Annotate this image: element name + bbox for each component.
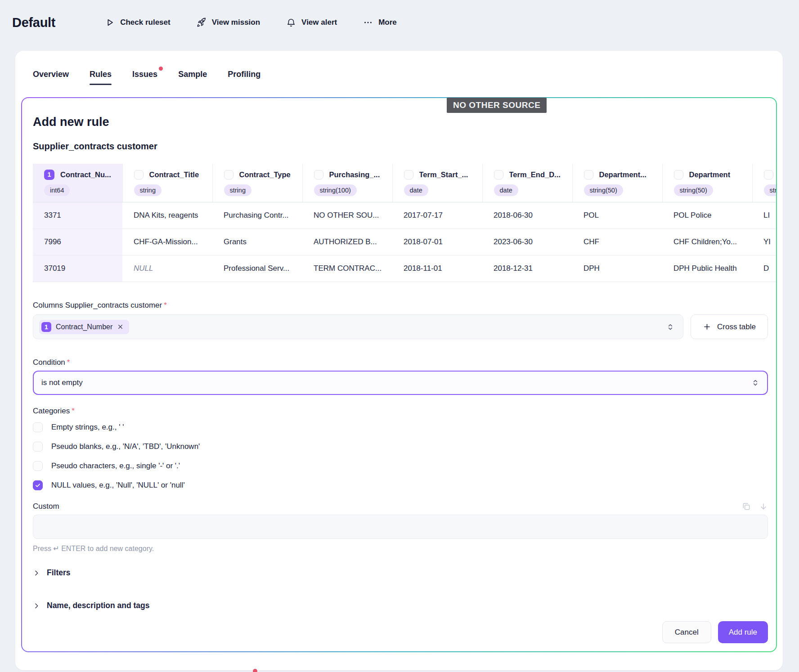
topbar-actions: Check rulesetView missionView alertMore	[105, 18, 397, 27]
topbar: Default Check rulesetView missionView al…	[0, 0, 799, 45]
cancel-button[interactable]: Cancel	[662, 621, 711, 643]
bell-icon	[286, 18, 296, 27]
table-cell: DPH Public Health	[662, 255, 752, 282]
table-cell: TERM CONTRAC...	[302, 255, 392, 282]
table-cell: Professional Serv...	[212, 255, 302, 282]
column-checkbox[interactable]	[224, 170, 233, 179]
table-cell: 3371	[33, 202, 122, 229]
custom-label: Custom	[33, 502, 59, 511]
category-checkbox[interactable]	[33, 480, 43, 490]
tab-label: Sample	[178, 70, 207, 79]
name-description-tags-label: Name, description and tags	[47, 601, 150, 610]
column-header-term-start: Term_Start_...date	[392, 164, 482, 202]
arrow-down-icon[interactable]	[759, 502, 768, 511]
category-checkbox[interactable]	[33, 442, 43, 452]
table-cell: CHF-GA-Mission...	[122, 229, 212, 255]
column-header-term-end-d: Term_End_D...date	[482, 164, 572, 202]
tab-rules[interactable]: Rules	[90, 70, 112, 85]
table-cell: LI	[752, 202, 776, 229]
table-cell: 2018-07-01	[392, 229, 482, 255]
condition-label: Condition*	[33, 358, 768, 367]
column-type-badge: date	[404, 184, 428, 196]
main-card: OverviewRulesIssuesSampleProfiling Add n…	[15, 51, 783, 670]
category-option-label: Pseudo blanks, e.g., 'N/A', 'TBD', 'Unkn…	[51, 442, 200, 451]
table-cell: 2017-07-17	[392, 202, 482, 229]
column-checkbox[interactable]	[674, 170, 683, 179]
table-row: 3371DNA Kits, reagentsPurchasing Contr..…	[33, 202, 776, 229]
table-cell: POL	[572, 202, 662, 229]
column-type-badge: string	[134, 184, 162, 196]
column-header-department: Departmentstring(50)	[662, 164, 752, 202]
category-option: Pseudo characters, e.g., single '-' or '…	[33, 461, 768, 471]
view-mission-button[interactable]: View mission	[197, 18, 260, 27]
tab-label: Overview	[33, 70, 69, 79]
column-checkbox[interactable]	[584, 170, 593, 179]
chevron-right-icon	[33, 569, 40, 577]
custom-category-input[interactable]	[33, 515, 768, 539]
column-checkbox[interactable]	[134, 170, 144, 179]
tab-label: Issues	[132, 70, 157, 79]
action-label: View alert	[301, 18, 337, 27]
category-option: Empty strings, e.g., ' '	[33, 422, 768, 432]
copy-icon[interactable]	[742, 502, 751, 511]
tab-profiling[interactable]: Profiling	[228, 70, 260, 85]
category-option-label: Pseudo characters, e.g., single '-' or '…	[51, 461, 180, 470]
rocket-icon	[197, 18, 206, 27]
cross-table-button[interactable]: Cross table	[691, 314, 768, 339]
column-header-contract-title: Contract_Titlestring	[122, 164, 212, 202]
sample-table: 1Contract_Nu...int64Contract_Titlestring…	[33, 164, 776, 282]
table-cell: NO OTHER SOU...	[302, 202, 392, 229]
name-description-tags-toggle[interactable]: Name, description and tags	[33, 601, 768, 610]
column-name: Contract_Type	[239, 170, 291, 179]
column-header-purchasing: Purchasing_...string(100)	[302, 164, 392, 202]
add-rule-button[interactable]: Add rule	[718, 621, 768, 643]
table-cell: Grants	[212, 229, 302, 255]
column-name: Department...	[599, 170, 646, 179]
tab-sample[interactable]: Sample	[178, 70, 207, 85]
chevron-updown-icon	[751, 378, 760, 387]
condition-select[interactable]: is not empty	[33, 371, 768, 395]
chip-remove-icon[interactable]	[117, 323, 124, 330]
category-checkbox[interactable]	[33, 461, 43, 471]
view-alert-button[interactable]: View alert	[286, 18, 337, 27]
table-cell: POL Police	[662, 202, 752, 229]
column-checkbox[interactable]	[314, 170, 323, 179]
more-button[interactable]: More	[363, 18, 397, 27]
column-name: Term_End_D...	[509, 170, 561, 179]
table-cell: DNA Kits, reagents	[122, 202, 212, 229]
category-checkbox[interactable]	[33, 422, 43, 432]
column-name: Term_Start_...	[419, 170, 468, 179]
tab-issues[interactable]: Issues	[132, 70, 157, 85]
ellipsis-icon	[363, 18, 373, 27]
tab-overview[interactable]: Overview	[33, 70, 69, 85]
action-label: View mission	[212, 18, 260, 27]
plus-icon	[703, 323, 711, 331]
columns-select[interactable]: 1 Contract_Number	[33, 314, 683, 339]
table-cell: 2018-12-31	[482, 255, 572, 282]
column-checkbox[interactable]	[404, 170, 413, 179]
action-label: More	[378, 18, 397, 27]
required-asterisk: *	[164, 301, 167, 309]
category-option: NULL values, e.g., 'Null', 'NULL' or 'nu…	[33, 480, 768, 490]
table-cell: YI	[752, 229, 776, 255]
column-header-clipped: string	[752, 164, 776, 202]
column-checkbox[interactable]	[494, 170, 503, 179]
table-cell: Purchasing Contr...	[212, 202, 302, 229]
column-type-badge: string(100)	[314, 184, 357, 196]
table-cell: 2018-11-01	[392, 255, 482, 282]
column-name: Contract_Title	[149, 170, 199, 179]
column-type-badge: string	[764, 184, 777, 196]
chevron-updown-icon	[666, 323, 675, 332]
play-icon	[105, 18, 115, 27]
category-option-label: Empty strings, e.g., ' '	[51, 423, 124, 432]
filters-section-toggle[interactable]: Filters	[33, 568, 768, 578]
table-cell: 7996	[33, 229, 122, 255]
chip-index-badge: 1	[41, 322, 51, 332]
column-checkbox[interactable]	[764, 170, 773, 179]
categories-label: Categories*	[33, 407, 768, 416]
chevron-right-icon	[33, 602, 40, 609]
column-header-contract-type: Contract_Typestring	[212, 164, 302, 202]
table-cell: DPH	[572, 255, 662, 282]
tab-label: Profiling	[228, 70, 260, 79]
check-ruleset-button[interactable]: Check ruleset	[105, 18, 171, 27]
